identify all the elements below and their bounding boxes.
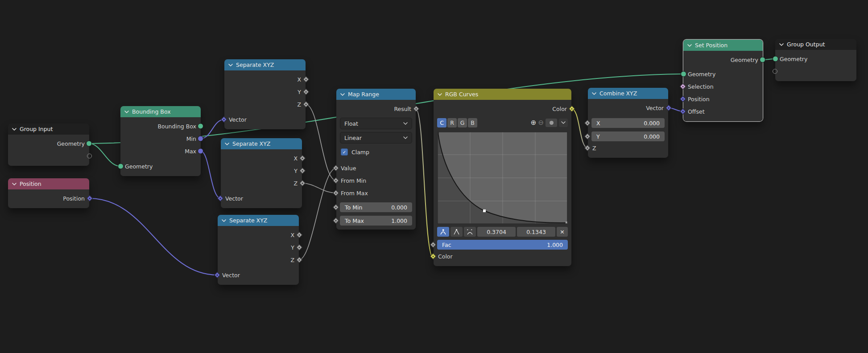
node-header[interactable]: Bounding Box (120, 106, 201, 117)
node-title: Group Output (787, 41, 825, 48)
chevron-down-icon (403, 136, 408, 140)
node-header[interactable]: Separate XYZ (218, 215, 299, 226)
handle-auto-button[interactable] (437, 227, 449, 237)
node-title: Group Input (20, 126, 53, 132)
node-set-position[interactable]: Set Position Geometry Geometry Selection… (683, 40, 763, 121)
min-output-socket[interactable] (198, 136, 203, 142)
node-header[interactable]: Group Input (8, 123, 89, 135)
chevron-down-icon (403, 122, 408, 125)
point-y-field[interactable]: 0.1343 (517, 227, 555, 237)
channel-r-button[interactable]: R (447, 118, 457, 127)
node-header[interactable]: Combine XYZ (588, 88, 668, 99)
link-groupinput-boundingbox[interactable] (89, 144, 120, 166)
curve-selected-point[interactable] (483, 209, 486, 212)
handle-vector-button[interactable] (451, 227, 463, 237)
node-position[interactable]: Position Position (8, 178, 89, 208)
to-min-field[interactable]: To Min 0.000 (340, 202, 412, 212)
checkbox-checked-icon[interactable]: ✓ (341, 148, 348, 156)
link-separate1z-frommin[interactable] (306, 104, 336, 181)
chevron-down-icon (561, 121, 566, 124)
link-max-separate2[interactable] (201, 151, 221, 198)
channel-selector: C R G B ⊕ ⊖ (437, 118, 568, 127)
output-row-geometry: Geometry (8, 137, 89, 150)
curve-options-button[interactable] (559, 119, 568, 127)
chevron-down-icon[interactable] (124, 110, 129, 114)
geometry-input-socket[interactable] (773, 56, 778, 62)
node-header[interactable]: Position (8, 178, 89, 189)
link-curvescolor-combinez[interactable] (571, 109, 588, 148)
node-title: Combine XYZ (599, 90, 637, 97)
virtual-socket[interactable] (87, 154, 92, 159)
clamp-checkbox-row[interactable]: ✓ Clamp (341, 148, 411, 156)
node-title: Map Range (348, 91, 379, 98)
chevron-down-icon[interactable] (228, 63, 233, 67)
geometry-output-socket[interactable] (760, 57, 765, 63)
curve-toolbar: 0.3704 0.1343 ✕ (437, 227, 568, 237)
y-field[interactable]: Y 0.000 (591, 131, 665, 141)
link-separate2z-frommax[interactable] (302, 183, 336, 193)
node-title: Bounding Box (132, 108, 171, 115)
node-title: Separate XYZ (229, 217, 267, 224)
node-rgb-curves[interactable]: RGB Curves Color C R G B ⊕ ⊖ (434, 89, 571, 266)
link-position-separate3[interactable] (89, 198, 218, 275)
node-header[interactable]: Separate XYZ (224, 59, 306, 70)
channel-b-button[interactable]: B (468, 118, 477, 127)
node-header[interactable]: Map Range (336, 89, 416, 100)
link-result-curvescolor[interactable] (416, 109, 434, 259)
auto-handle-icon (440, 229, 446, 235)
delete-point-button[interactable]: ✕ (557, 227, 568, 237)
node-header[interactable]: Separate XYZ (221, 138, 302, 149)
output-row-position: Position (8, 192, 89, 205)
node-editor-canvas[interactable]: Group Input Geometry Position Position (0, 0, 868, 353)
boundingbox-output-socket[interactable] (198, 123, 203, 129)
chevron-down-icon[interactable] (438, 93, 442, 96)
vector-handle-icon (453, 229, 460, 235)
node-group-output[interactable]: Group Output Geometry (775, 39, 856, 81)
interpolation-dropdown[interactable]: Linear (340, 132, 412, 144)
chevron-down-icon[interactable] (12, 127, 17, 131)
max-output-socket[interactable] (198, 148, 203, 154)
zoom-out-icon[interactable]: ⊖ (538, 119, 544, 126)
node-separate-xyz-3[interactable]: Separate XYZ X Y Z Vector (218, 215, 299, 285)
node-bounding-box[interactable]: Bounding Box Bounding Box Min Max Geomet… (120, 106, 201, 176)
node-title: Separate XYZ (232, 140, 270, 147)
zoom-in-icon[interactable]: ⊕ (531, 119, 537, 126)
chevron-down-icon[interactable] (779, 43, 784, 46)
node-title: RGB Curves (445, 91, 478, 98)
point-x-field[interactable]: 0.3704 (477, 227, 516, 237)
handle-auto-clamped-button[interactable] (464, 227, 476, 237)
geometry-input-socket[interactable] (118, 164, 124, 169)
fac-slider[interactable]: Fac 1.000 (437, 240, 568, 250)
node-title: Separate XYZ (236, 62, 274, 68)
auto-clamped-handle-icon (467, 229, 473, 235)
curve-plot (437, 131, 568, 224)
node-header[interactable]: RGB Curves (434, 89, 571, 100)
chevron-down-icon[interactable] (225, 142, 229, 146)
node-title: Position (20, 181, 41, 187)
node-separate-xyz-2[interactable]: Separate XYZ X Y Z Vector (221, 138, 302, 208)
chevron-down-icon[interactable] (592, 92, 596, 95)
virtual-socket[interactable] (773, 69, 777, 74)
to-max-field[interactable]: To Max 1.000 (340, 216, 412, 226)
curve-editor[interactable] (437, 131, 568, 224)
node-group-input[interactable]: Group Input Geometry (8, 123, 89, 166)
clipping-options-button[interactable] (546, 119, 557, 127)
chevron-down-icon[interactable] (12, 182, 17, 186)
node-separate-xyz-1[interactable]: Separate XYZ X Y Z Vector (224, 59, 306, 129)
node-title: Set Position (695, 42, 727, 49)
geometry-input-socket[interactable] (681, 71, 686, 77)
node-map-range[interactable]: Map Range Result Float Linear ✓ Clamp Va… (336, 89, 416, 230)
chevron-down-icon[interactable] (222, 219, 226, 222)
data-type-dropdown[interactable]: Float (340, 118, 412, 129)
channel-g-button[interactable]: G (458, 118, 467, 127)
x-field[interactable]: X 0.000 (591, 118, 665, 128)
channel-c-button[interactable]: C (437, 118, 446, 127)
node-header[interactable]: Group Output (775, 39, 856, 50)
node-combine-xyz[interactable]: Combine XYZ Vector X 0.000 Y 0.000 Z (588, 88, 668, 158)
geometry-output-socket[interactable] (86, 141, 92, 147)
node-header[interactable]: Set Position (683, 40, 763, 51)
chevron-down-icon[interactable] (687, 44, 692, 47)
chevron-down-icon[interactable] (340, 93, 345, 96)
virtual-output-row (8, 150, 89, 162)
